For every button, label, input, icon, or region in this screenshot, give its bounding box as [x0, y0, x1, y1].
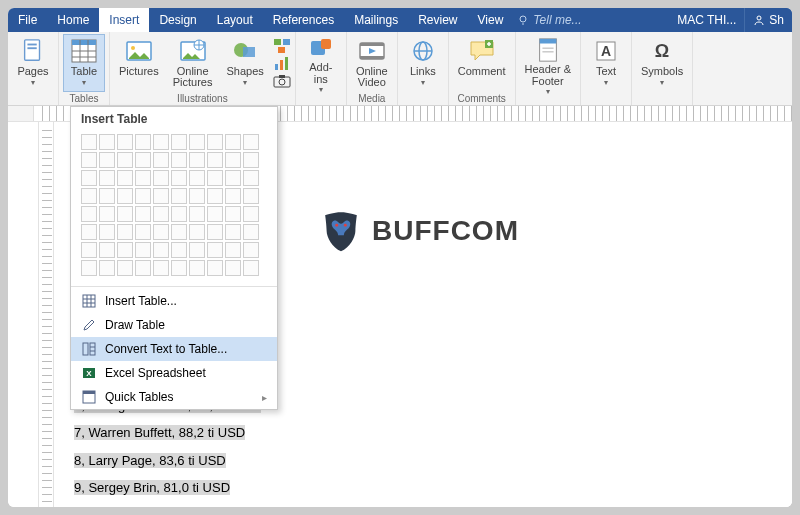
grid-cell[interactable]	[225, 224, 241, 240]
grid-cell[interactable]	[81, 224, 97, 240]
grid-cell[interactable]	[99, 152, 115, 168]
grid-cell[interactable]	[189, 260, 205, 276]
grid-cell[interactable]	[99, 170, 115, 186]
addins-button[interactable]: Add- ins ▾	[300, 34, 342, 92]
shapes-button[interactable]: Shapes ▾	[222, 34, 269, 92]
tab-insert[interactable]: Insert	[99, 8, 149, 32]
grid-cell[interactable]	[171, 170, 187, 186]
grid-cell[interactable]	[243, 260, 259, 276]
grid-cell[interactable]	[81, 242, 97, 258]
grid-cell[interactable]	[81, 206, 97, 222]
grid-cell[interactable]	[99, 242, 115, 258]
grid-cell[interactable]	[81, 188, 97, 204]
insert-table-grid[interactable]	[71, 131, 277, 284]
grid-cell[interactable]	[243, 188, 259, 204]
grid-cell[interactable]	[135, 260, 151, 276]
symbols-button[interactable]: Ω Symbols ▾	[636, 34, 688, 92]
pages-button[interactable]: Pages ▾	[12, 34, 54, 92]
grid-cell[interactable]	[135, 242, 151, 258]
tab-file[interactable]: File	[8, 8, 47, 32]
grid-cell[interactable]	[243, 206, 259, 222]
grid-cell[interactable]	[207, 224, 223, 240]
grid-cell[interactable]	[117, 206, 133, 222]
grid-cell[interactable]	[171, 152, 187, 168]
grid-cell[interactable]	[135, 224, 151, 240]
text-button[interactable]: A Text ▾	[585, 34, 627, 92]
share-button[interactable]: Sh	[744, 8, 792, 32]
grid-cell[interactable]	[117, 242, 133, 258]
grid-cell[interactable]	[171, 224, 187, 240]
grid-cell[interactable]	[81, 260, 97, 276]
grid-cell[interactable]	[171, 206, 187, 222]
menu-excel-spreadsheet[interactable]: X Excel Spreadsheet	[71, 361, 277, 385]
grid-cell[interactable]	[153, 170, 169, 186]
grid-cell[interactable]	[99, 206, 115, 222]
tab-view[interactable]: View	[468, 8, 514, 32]
grid-cell[interactable]	[207, 152, 223, 168]
grid-cell[interactable]	[171, 134, 187, 150]
grid-cell[interactable]	[243, 170, 259, 186]
grid-cell[interactable]	[171, 260, 187, 276]
grid-cell[interactable]	[225, 260, 241, 276]
grid-cell[interactable]	[117, 224, 133, 240]
grid-cell[interactable]	[117, 170, 133, 186]
tab-design[interactable]: Design	[149, 8, 206, 32]
grid-cell[interactable]	[189, 206, 205, 222]
grid-cell[interactable]	[135, 206, 151, 222]
grid-cell[interactable]	[207, 134, 223, 150]
grid-cell[interactable]	[117, 152, 133, 168]
menu-quick-tables[interactable]: Quick Tables ▸	[71, 385, 277, 409]
online-pictures-button[interactable]: Online Pictures	[168, 34, 218, 92]
smartart-icon[interactable]	[273, 38, 291, 54]
grid-cell[interactable]	[243, 152, 259, 168]
grid-cell[interactable]	[153, 206, 169, 222]
grid-cell[interactable]	[153, 152, 169, 168]
grid-cell[interactable]	[99, 260, 115, 276]
grid-cell[interactable]	[153, 188, 169, 204]
screenshot-icon[interactable]	[273, 74, 291, 88]
grid-cell[interactable]	[207, 188, 223, 204]
grid-cell[interactable]	[243, 224, 259, 240]
grid-cell[interactable]	[207, 242, 223, 258]
grid-cell[interactable]	[135, 134, 151, 150]
grid-cell[interactable]	[171, 188, 187, 204]
menu-convert-text-to-table[interactable]: Convert Text to Table...	[71, 337, 277, 361]
grid-cell[interactable]	[243, 134, 259, 150]
grid-cell[interactable]	[225, 152, 241, 168]
grid-cell[interactable]	[225, 188, 241, 204]
menu-draw-table[interactable]: Draw Table	[71, 313, 277, 337]
grid-cell[interactable]	[189, 242, 205, 258]
grid-cell[interactable]	[225, 242, 241, 258]
grid-cell[interactable]	[135, 152, 151, 168]
grid-cell[interactable]	[81, 134, 97, 150]
comment-button[interactable]: Comment	[453, 34, 511, 92]
grid-cell[interactable]	[81, 170, 97, 186]
links-button[interactable]: Links ▾	[402, 34, 444, 92]
tab-review[interactable]: Review	[408, 8, 467, 32]
grid-cell[interactable]	[171, 242, 187, 258]
grid-cell[interactable]	[225, 206, 241, 222]
grid-cell[interactable]	[225, 170, 241, 186]
grid-cell[interactable]	[243, 242, 259, 258]
table-button[interactable]: Table ▾	[63, 34, 105, 92]
grid-cell[interactable]	[153, 224, 169, 240]
grid-cell[interactable]	[99, 134, 115, 150]
grid-cell[interactable]	[153, 134, 169, 150]
grid-cell[interactable]	[189, 188, 205, 204]
chart-icon[interactable]	[273, 56, 291, 72]
grid-cell[interactable]	[207, 260, 223, 276]
pictures-button[interactable]: Pictures	[114, 34, 164, 92]
grid-cell[interactable]	[117, 188, 133, 204]
grid-cell[interactable]	[153, 260, 169, 276]
grid-cell[interactable]	[189, 134, 205, 150]
tab-home[interactable]: Home	[47, 8, 99, 32]
menu-insert-table[interactable]: Insert Table...	[71, 289, 277, 313]
online-video-button[interactable]: Online Video	[351, 34, 393, 92]
grid-cell[interactable]	[99, 188, 115, 204]
header-footer-button[interactable]: Header & Footer ▾	[520, 34, 576, 92]
grid-cell[interactable]	[117, 134, 133, 150]
grid-cell[interactable]	[207, 206, 223, 222]
tab-references[interactable]: References	[263, 8, 344, 32]
grid-cell[interactable]	[189, 170, 205, 186]
grid-cell[interactable]	[117, 260, 133, 276]
